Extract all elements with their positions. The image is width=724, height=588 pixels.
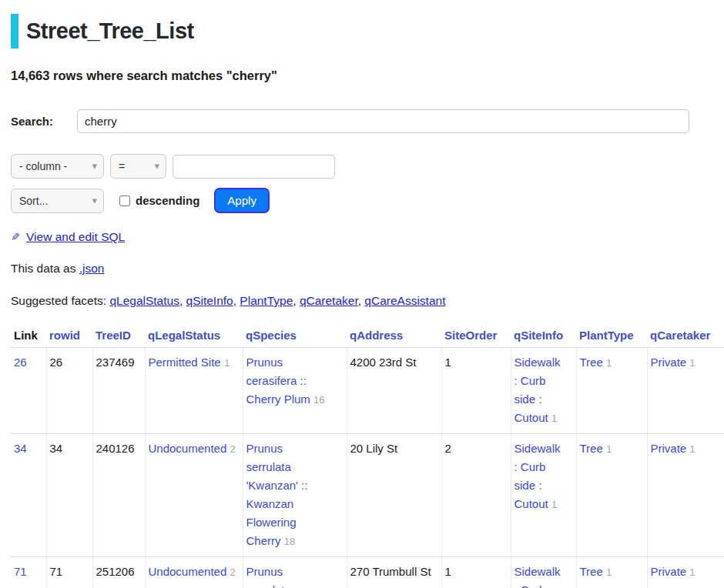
search-label: Search:: [11, 115, 77, 128]
qaddress-cell: 270 Trumbull St: [347, 557, 441, 588]
header-qcaretaker-link[interactable]: qCaretaker: [650, 329, 710, 342]
siteorder-cell: 1: [441, 557, 511, 588]
facet-count: 1: [224, 357, 230, 369]
search-form: Search:: [11, 109, 724, 133]
filter-form: - column - ▾ = ▾: [11, 154, 724, 179]
header-planttype-link[interactable]: PlantType: [579, 329, 634, 342]
facet-link-planttype[interactable]: PlantType: [240, 294, 293, 307]
qcaretaker-value-link[interactable]: Private: [651, 565, 687, 578]
facet-count: 1: [606, 443, 612, 455]
row-link[interactable]: 26: [14, 356, 27, 369]
planttype-value-link[interactable]: Tree: [580, 565, 603, 578]
header-treeid-link[interactable]: TreeID: [96, 329, 131, 342]
sort-form: Sort... ▾ descending Apply: [11, 188, 724, 213]
filter-column-select[interactable]: - column -: [11, 154, 104, 179]
header-siteorder-link[interactable]: SiteOrder: [444, 329, 497, 342]
planttype-value-link[interactable]: Tree: [580, 442, 603, 455]
qlegalstatus-value-link[interactable]: Permitted Site: [149, 356, 221, 369]
facet-count: 1: [689, 566, 695, 578]
page: Street_Tree_List 14,663 rows where searc…: [0, 0, 724, 588]
suggested-facets-line: Suggested facets: qLegalStatus, qSiteInf…: [11, 294, 724, 308]
siteorder-cell: 1: [441, 348, 511, 434]
planttype-value-link[interactable]: Tree: [580, 356, 603, 369]
data-export-line: This data as .json: [11, 262, 724, 276]
data-as-label: This data as: [11, 262, 75, 275]
treeid-cell: 251206: [92, 557, 145, 588]
header-qsiteinfo-link[interactable]: qSiteInfo: [514, 329, 563, 342]
facet-count: 1: [606, 566, 612, 578]
facet-count: 18: [284, 536, 295, 547]
qspecies-value-link[interactable]: Prunus serrulata 'Kwanzan' :: Kwanzan Fl…: [246, 565, 308, 588]
table-row: 71 71 251206 Undocumented 2 Prunus serru…: [11, 557, 724, 588]
qlegalstatus-value-link[interactable]: Undocumented: [149, 565, 227, 578]
table-row: 26 26 237469 Permitted Site 1 Prunus cer…: [11, 348, 724, 434]
siteorder-cell: 2: [441, 434, 511, 557]
sort-select[interactable]: Sort...: [11, 189, 104, 213]
rowid-cell: 34: [46, 434, 92, 557]
qlegalstatus-value-link[interactable]: Undocumented: [149, 442, 227, 455]
header-rowid-link[interactable]: rowid: [49, 329, 80, 342]
row-link[interactable]: 34: [14, 442, 27, 455]
accent-bar: [11, 14, 18, 48]
row-link[interactable]: 71: [14, 565, 27, 578]
table-row: 34 34 240126 Undocumented 2 Prunus serru…: [11, 434, 724, 557]
facet-count: 16: [313, 394, 324, 406]
apply-button[interactable]: Apply: [214, 188, 270, 213]
pencil-icon: ✎: [11, 231, 20, 243]
facet-link-qlegalstatus[interactable]: qLegalStatus: [109, 294, 179, 307]
treeid-cell: 237469: [92, 348, 145, 434]
treeid-cell: 240126: [92, 434, 145, 557]
facets-label: Suggested facets:: [11, 294, 106, 307]
facet-count: 1: [551, 413, 557, 424]
facet-count: 1: [551, 499, 557, 510]
results-table: Link rowid TreeID qLegalStatus qSpecies …: [11, 326, 724, 588]
json-export-link[interactable]: .json: [79, 262, 105, 275]
table-header-row: Link rowid TreeID qLegalStatus qSpecies …: [11, 326, 724, 348]
search-input[interactable]: [77, 109, 689, 133]
facet-separator: ,: [293, 294, 296, 307]
qspecies-value-link[interactable]: Prunus serrulata 'Kwanzan' :: Kwanzan Fl…: [246, 442, 308, 547]
rowid-cell: 26: [46, 348, 92, 434]
descending-checkbox[interactable]: [119, 195, 130, 206]
header-qaddress-link[interactable]: qAddress: [350, 329, 403, 342]
rowid-cell: 71: [46, 557, 92, 588]
header-link: Link: [11, 326, 46, 348]
qsiteinfo-value-link[interactable]: Sidewalk: Curb side : Cutout: [515, 565, 561, 588]
facet-separator: ,: [233, 294, 236, 307]
filter-value-input[interactable]: [173, 155, 335, 179]
facet-link-qcaretaker[interactable]: qCaretaker: [300, 294, 358, 307]
facet-count: 2: [230, 566, 235, 578]
edit-sql-line: ✎ View and edit SQL: [11, 230, 724, 244]
filter-operator-select[interactable]: =: [110, 154, 166, 179]
facet-separator: ,: [358, 294, 361, 307]
facet-link-qcareassistant[interactable]: qCareAssistant: [364, 294, 445, 307]
facet-count: 1: [606, 357, 612, 369]
facet-count: 1: [689, 357, 695, 369]
qaddress-cell: 4200 23rd St: [347, 348, 441, 434]
facet-count: 1: [689, 443, 695, 455]
facet-link-qsiteinfo[interactable]: qSiteInfo: [186, 294, 233, 307]
row-count-summary: 14,663 rows where search matches "cherry…: [11, 68, 724, 83]
header-qlegalstatus-link[interactable]: qLegalStatus: [148, 329, 220, 342]
qcaretaker-value-link[interactable]: Private: [651, 356, 687, 369]
qcaretaker-value-link[interactable]: Private: [651, 442, 687, 455]
facet-count: 2: [230, 443, 235, 455]
facet-separator: ,: [179, 294, 183, 307]
qspecies-value-link[interactable]: Prunus cerasifera :: Cherry Plum: [246, 356, 310, 406]
page-title: Street_Tree_List: [26, 18, 194, 44]
page-header: Street_Tree_List: [11, 14, 724, 48]
view-edit-sql-link[interactable]: View and edit SQL: [26, 230, 125, 243]
descending-label: descending: [136, 194, 199, 207]
header-qspecies-link[interactable]: qSpecies: [246, 329, 297, 342]
qaddress-cell: 20 Lily St: [347, 434, 441, 557]
